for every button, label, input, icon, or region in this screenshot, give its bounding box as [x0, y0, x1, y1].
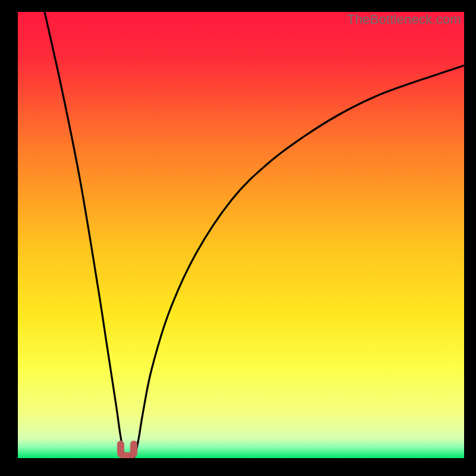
- gradient-background: [18, 12, 464, 458]
- chart-frame: TheBottleneck.com: [18, 12, 464, 458]
- bottleneck-chart: [18, 12, 464, 458]
- watermark-text: TheBottleneck.com: [347, 12, 461, 27]
